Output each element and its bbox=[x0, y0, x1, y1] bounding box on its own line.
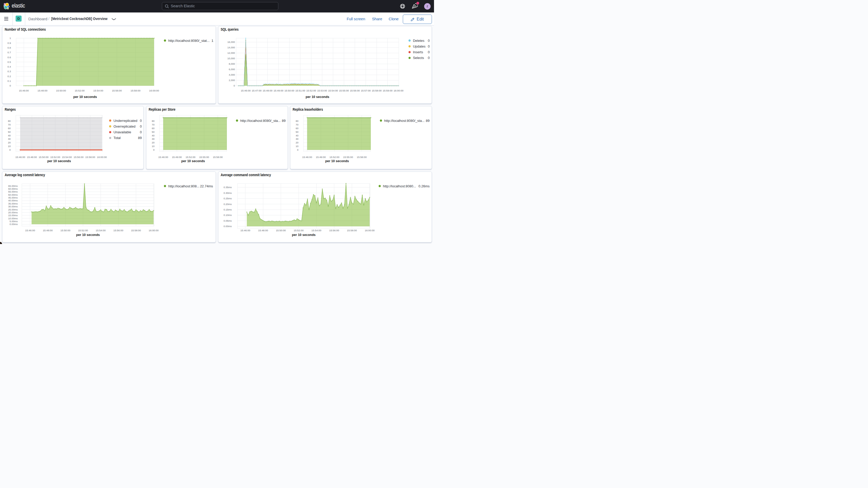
svg-text:15:52:00: 15:52:00 bbox=[51, 155, 61, 158]
svg-text:0: 0 bbox=[140, 124, 142, 128]
svg-text:70: 70 bbox=[152, 123, 155, 126]
svg-text:0: 0 bbox=[234, 84, 235, 87]
svg-text:2,000: 2,000 bbox=[229, 79, 235, 82]
svg-text:15:46:00: 15:46:00 bbox=[240, 229, 250, 232]
svg-text:10.00ms: 10.00ms bbox=[8, 217, 18, 220]
svg-text:20.00ms: 20.00ms bbox=[8, 211, 18, 214]
svg-text:0: 0 bbox=[297, 148, 298, 151]
svg-text:15:58:00: 15:58:00 bbox=[347, 229, 357, 232]
svg-text:Total: Total bbox=[114, 136, 121, 140]
svg-text:15:46:00: 15:46:00 bbox=[16, 155, 26, 158]
svg-text:16:00:00: 16:00:00 bbox=[365, 229, 375, 232]
svg-text:15:52:00: 15:52:00 bbox=[78, 229, 88, 232]
svg-text:0.2: 0.2 bbox=[7, 75, 11, 78]
svg-text:0.25ms: 0.25ms bbox=[223, 197, 231, 200]
svg-text:60: 60 bbox=[8, 126, 11, 129]
svg-text:15:46:00: 15:46:00 bbox=[241, 89, 251, 92]
svg-text:15:55:00: 15:55:00 bbox=[343, 155, 353, 158]
svg-text:0: 0 bbox=[140, 130, 142, 134]
svg-text:15:52:00: 15:52:00 bbox=[294, 229, 304, 232]
svg-text:40: 40 bbox=[296, 134, 299, 137]
svg-text:12,000: 12,000 bbox=[227, 52, 235, 54]
svg-text:Updates: Updates bbox=[413, 44, 426, 48]
svg-text:50: 50 bbox=[152, 130, 155, 133]
svg-text:30: 30 bbox=[296, 138, 299, 140]
svg-text:0.5: 0.5 bbox=[7, 61, 11, 63]
svg-text:15:52:00: 15:52:00 bbox=[186, 155, 196, 158]
svg-text:0.4: 0.4 bbox=[7, 65, 11, 68]
svg-text:15:51:00: 15:51:00 bbox=[295, 89, 305, 92]
svg-text:15:56:00: 15:56:00 bbox=[113, 229, 123, 232]
svg-text:14,000: 14,000 bbox=[227, 46, 235, 49]
svg-text:16:00:00: 16:00:00 bbox=[394, 89, 404, 92]
svg-text:0.3: 0.3 bbox=[7, 70, 11, 73]
svg-text:30: 30 bbox=[8, 138, 11, 140]
svg-text:15:54:00: 15:54:00 bbox=[93, 89, 103, 92]
svg-text:15:48:00: 15:48:00 bbox=[258, 229, 268, 232]
svg-text:Selects: Selects bbox=[413, 56, 424, 60]
svg-text:0: 0 bbox=[428, 50, 430, 54]
svg-text:0: 0 bbox=[428, 56, 430, 60]
svg-text:per 10 seconds: per 10 seconds bbox=[306, 95, 329, 99]
svg-text:0.7: 0.7 bbox=[7, 51, 11, 54]
svg-text:70: 70 bbox=[296, 123, 299, 126]
svg-text:5.00ms: 5.00ms bbox=[10, 220, 18, 222]
svg-text:15:47:00: 15:47:00 bbox=[252, 89, 262, 92]
svg-text:15:58:00: 15:58:00 bbox=[372, 89, 382, 92]
svg-text:0: 0 bbox=[428, 39, 430, 42]
svg-text:0.20ms: 0.20ms bbox=[223, 203, 231, 205]
svg-text:15:53:00: 15:53:00 bbox=[317, 89, 327, 92]
svg-text:15:58:00: 15:58:00 bbox=[131, 229, 141, 232]
svg-text:15:49:00: 15:49:00 bbox=[316, 155, 326, 158]
svg-text:0.10ms: 0.10ms bbox=[223, 214, 231, 216]
svg-text:0.00ms: 0.00ms bbox=[223, 225, 231, 227]
svg-text:60.00ms: 60.00ms bbox=[8, 187, 18, 190]
svg-text:15:49:00: 15:49:00 bbox=[172, 155, 182, 158]
svg-text:15:56:00: 15:56:00 bbox=[329, 229, 339, 232]
svg-text:15:54:00: 15:54:00 bbox=[311, 229, 321, 232]
svg-text:http://localhost:8080...: http://localhost:8080... bbox=[383, 184, 416, 188]
svg-text:15:52:00: 15:52:00 bbox=[330, 155, 340, 158]
svg-text:15:50:00: 15:50:00 bbox=[39, 155, 49, 158]
svg-text:0.8: 0.8 bbox=[7, 46, 11, 49]
svg-text:1: 1 bbox=[10, 37, 11, 39]
svg-text:16:00:00: 16:00:00 bbox=[149, 89, 159, 92]
svg-text:0: 0 bbox=[428, 44, 430, 48]
svg-text:22.74ms: 22.74ms bbox=[200, 184, 213, 188]
svg-text:15:58:00: 15:58:00 bbox=[130, 89, 141, 92]
svg-text:0.35ms: 0.35ms bbox=[223, 186, 231, 189]
svg-text:16:00:00: 16:00:00 bbox=[149, 229, 159, 232]
svg-text:15:50:00: 15:50:00 bbox=[284, 89, 294, 92]
svg-text:Underreplicated: Underreplicated bbox=[114, 119, 137, 122]
svg-text:25.00ms: 25.00ms bbox=[8, 208, 18, 211]
svg-text:15:48:00: 15:48:00 bbox=[37, 89, 48, 92]
svg-text:16:00:00: 16:00:00 bbox=[97, 155, 107, 158]
svg-text:89: 89 bbox=[426, 119, 429, 122]
svg-text:per 10 seconds: per 10 seconds bbox=[292, 233, 315, 237]
svg-text:0.15ms: 0.15ms bbox=[223, 208, 231, 211]
svg-text:Deletes: Deletes bbox=[413, 39, 425, 42]
svg-text:35.00ms: 35.00ms bbox=[8, 202, 18, 205]
svg-text:0.00ms: 0.00ms bbox=[10, 223, 18, 225]
svg-text:15:55:00: 15:55:00 bbox=[339, 89, 349, 92]
svg-text:50: 50 bbox=[8, 130, 11, 133]
svg-text:15:58:00: 15:58:00 bbox=[357, 155, 367, 158]
svg-text:15:56:00: 15:56:00 bbox=[73, 155, 84, 158]
svg-text:per 10 seconds: per 10 seconds bbox=[181, 159, 205, 163]
svg-text:15:48:00: 15:48:00 bbox=[43, 229, 53, 232]
svg-text:per 10 seconds: per 10 seconds bbox=[76, 233, 100, 237]
svg-text:10: 10 bbox=[152, 145, 155, 148]
svg-text:60: 60 bbox=[152, 126, 155, 129]
svg-text:15:54:00: 15:54:00 bbox=[62, 155, 72, 158]
svg-text:15:59:00: 15:59:00 bbox=[382, 89, 393, 92]
svg-text:0: 0 bbox=[140, 119, 142, 122]
svg-text:0.30ms: 0.30ms bbox=[223, 191, 231, 194]
svg-text:http://localhost:8080/_sta...: http://localhost:8080/_sta... bbox=[384, 119, 424, 122]
svg-text:15.00ms: 15.00ms bbox=[8, 214, 18, 217]
svg-text:0: 0 bbox=[153, 148, 154, 151]
svg-text:15:49:00: 15:49:00 bbox=[273, 89, 283, 92]
svg-text:15:52:00: 15:52:00 bbox=[306, 89, 316, 92]
svg-text:10,000: 10,000 bbox=[227, 57, 235, 60]
svg-text:80: 80 bbox=[152, 119, 155, 122]
svg-text:4,000: 4,000 bbox=[229, 73, 235, 76]
